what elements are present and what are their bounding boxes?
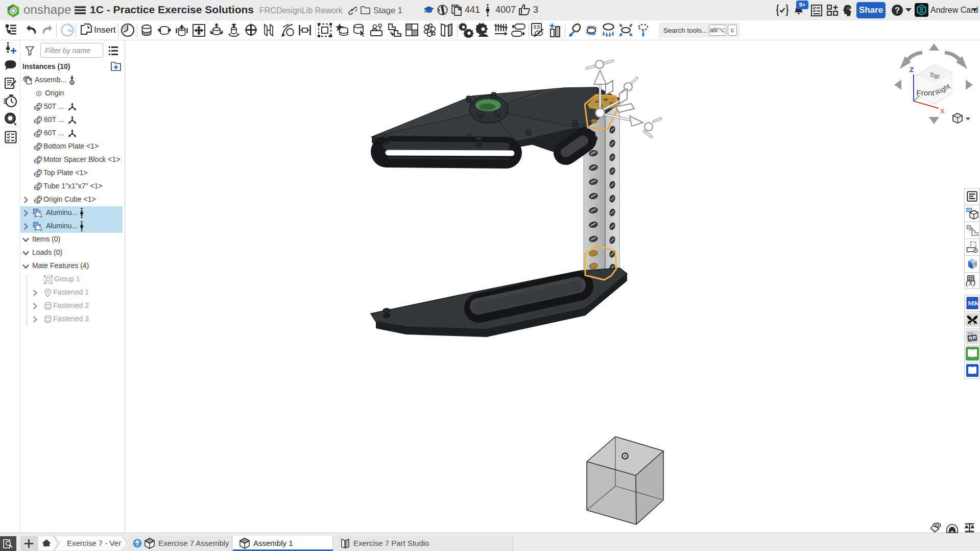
svg-text:#?#: #?# [968,332,973,335]
svg-text:Z: Z [910,66,914,74]
svg-text:?: ? [895,6,900,15]
svg-text:X: X [940,107,945,115]
svg-text:(x): (x) [966,278,975,288]
